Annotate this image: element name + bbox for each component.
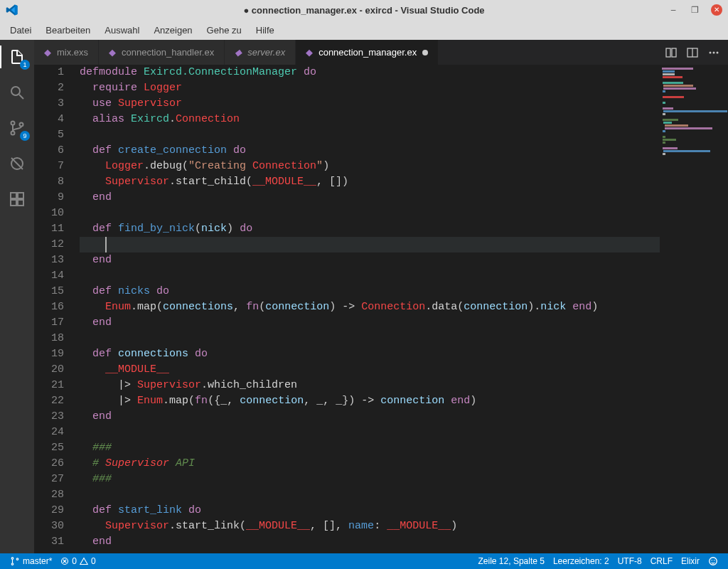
svg-point-19: [11, 563, 14, 565]
tab-label: mix.exs: [57, 47, 88, 58]
elixir-file-icon: ◆: [109, 47, 116, 58]
menu-help[interactable]: Hilfe: [249, 22, 282, 38]
svg-rect-8: [11, 200, 16, 206]
svg-rect-11: [666, 48, 670, 57]
error-icon: [60, 557, 69, 565]
tab-mix-exs[interactable]: ◆ mix.exs: [34, 40, 99, 65]
svg-point-2: [11, 122, 15, 125]
explorer-badge: 1: [20, 60, 30, 70]
status-eol[interactable]: CRLF: [646, 556, 677, 566]
svg-point-26: [714, 560, 714, 560]
warning-count: 0: [91, 556, 96, 566]
activity-extensions[interactable]: [6, 188, 28, 211]
elixir-file-icon: ◆: [44, 47, 51, 58]
main-area: 1 9 ◆ mix.exs ◆ connection_handler.ex: [0, 40, 728, 553]
vscode-logo-icon: [6, 4, 18, 16]
elixir-file-icon: ◆: [235, 47, 242, 58]
window-title: ● connection_manager.ex - exircd - Visua…: [243, 5, 484, 16]
svg-point-20: [16, 558, 18, 560]
svg-point-24: [710, 558, 717, 565]
menubar: Datei Bearbeiten Auswahl Anzeigen Gehe z…: [0, 20, 728, 40]
compare-changes-icon[interactable]: [665, 47, 677, 58]
status-branch-label: master*: [23, 556, 52, 566]
activity-source-control[interactable]: 9: [6, 117, 28, 139]
elixir-file-icon: ◆: [306, 47, 313, 58]
search-icon: [9, 84, 26, 101]
maximize-button[interactable]: ❐: [690, 5, 700, 15]
activity-bar: 1 9: [0, 40, 34, 553]
line-number-gutter: 1234567891011121314151617181920212223242…: [34, 65, 77, 553]
minimize-button[interactable]: –: [668, 5, 678, 15]
svg-point-25: [712, 560, 712, 560]
status-indent[interactable]: Leerzeichen: 2: [549, 556, 614, 566]
minimap[interactable]: [660, 65, 728, 553]
menu-file[interactable]: Datei: [3, 22, 38, 38]
svg-point-17: [717, 51, 719, 53]
tab-bar: ◆ mix.exs ◆ connection_handler.ex ◆ serv…: [34, 40, 728, 65]
svg-point-3: [11, 132, 15, 135]
menu-goto[interactable]: Gehe zu: [200, 22, 249, 38]
svg-line-1: [19, 95, 23, 99]
scm-badge: 9: [20, 131, 30, 141]
git-branch-icon: [10, 556, 20, 566]
extensions-icon: [9, 191, 26, 208]
svg-point-15: [710, 51, 712, 53]
svg-point-4: [20, 123, 23, 127]
menu-view[interactable]: Anzeigen: [146, 22, 199, 38]
svg-rect-10: [18, 193, 23, 198]
code-editor[interactable]: 1234567891011121314151617181920212223242…: [34, 65, 728, 553]
activity-search[interactable]: [6, 81, 28, 104]
svg-point-16: [713, 51, 715, 53]
more-actions-icon[interactable]: [708, 47, 719, 58]
tab-label: connection_handler.ex: [122, 47, 214, 58]
status-feedback[interactable]: [704, 556, 722, 566]
tab-spacer: [439, 40, 657, 65]
status-right: Zeile 12, Spalte 5 Leerzeichen: 2 UTF-8 …: [474, 556, 722, 566]
svg-point-18: [11, 558, 14, 560]
status-branch[interactable]: master*: [6, 553, 56, 569]
warning-icon: [80, 557, 88, 565]
debug-icon: [9, 155, 26, 172]
error-count: 0: [72, 556, 77, 566]
status-cursor-position[interactable]: Zeile 12, Spalte 5: [474, 556, 549, 566]
window-controls: – ❐ ✕: [668, 4, 722, 16]
editor-area: ◆ mix.exs ◆ connection_handler.ex ◆ serv…: [34, 40, 728, 553]
activity-debug[interactable]: [6, 152, 28, 175]
status-encoding[interactable]: UTF-8: [614, 556, 646, 566]
status-language[interactable]: Elixir: [677, 556, 704, 566]
status-bar: master* 0 0 Zeile 12, Spalte 5 Leerzeich…: [0, 553, 728, 569]
activity-explorer[interactable]: 1: [6, 46, 28, 68]
svg-point-0: [11, 87, 20, 95]
code-content[interactable]: defmodule Exircd.ConnectionManager do re…: [77, 65, 660, 553]
status-problems[interactable]: 0 0: [56, 553, 100, 569]
menu-edit[interactable]: Bearbeiten: [38, 22, 97, 38]
svg-rect-9: [18, 200, 23, 206]
tab-connection-manager[interactable]: ◆ connection_manager.ex: [296, 40, 439, 65]
tab-label: server.ex: [247, 47, 285, 58]
split-editor-icon[interactable]: [687, 47, 698, 58]
svg-rect-7: [11, 193, 16, 198]
titlebar: ● connection_manager.ex - exircd - Visua…: [0, 0, 728, 20]
tab-server[interactable]: ◆ server.ex: [225, 40, 296, 65]
svg-rect-12: [672, 48, 676, 57]
menu-selection[interactable]: Auswahl: [97, 22, 146, 38]
tab-label: connection_manager.ex: [318, 47, 417, 58]
smiley-icon: [708, 556, 718, 566]
close-button[interactable]: ✕: [711, 4, 722, 16]
dirty-indicator-icon: [422, 50, 428, 55]
tab-actions: [657, 40, 728, 65]
tab-connection-handler[interactable]: ◆ connection_handler.ex: [99, 40, 225, 65]
